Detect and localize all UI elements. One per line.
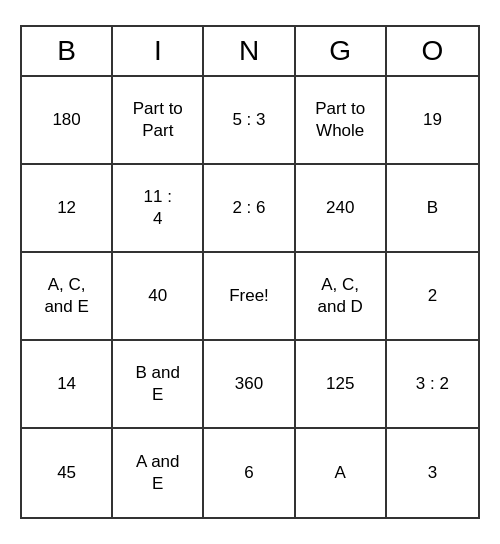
bingo-cell: 19 [387,77,478,165]
bingo-cell: 3 [387,429,478,517]
bingo-cell: 6 [204,429,295,517]
bingo-cell: 14 [22,341,113,429]
bingo-header: BINGO [22,27,478,77]
bingo-cell: 125 [296,341,387,429]
bingo-cell: 2 : 6 [204,165,295,253]
bingo-card: BINGO 180Part to Part5 : 3Part to Whole1… [20,25,480,519]
bingo-cell: B and E [113,341,204,429]
bingo-grid: 180Part to Part5 : 3Part to Whole191211 … [22,77,478,517]
bingo-cell: 240 [296,165,387,253]
header-letter: O [387,27,478,75]
bingo-cell: B [387,165,478,253]
bingo-cell: 12 [22,165,113,253]
bingo-cell: 11 : 4 [113,165,204,253]
bingo-cell: Free! [204,253,295,341]
bingo-cell: Part to Whole [296,77,387,165]
bingo-cell: Part to Part [113,77,204,165]
bingo-cell: 180 [22,77,113,165]
header-letter: I [113,27,204,75]
bingo-cell: A, C, and E [22,253,113,341]
bingo-cell: 40 [113,253,204,341]
bingo-cell: A and E [113,429,204,517]
bingo-cell: A [296,429,387,517]
bingo-cell: 2 [387,253,478,341]
bingo-cell: A, C, and D [296,253,387,341]
header-letter: B [22,27,113,75]
header-letter: N [204,27,295,75]
bingo-cell: 45 [22,429,113,517]
bingo-cell: 3 : 2 [387,341,478,429]
bingo-cell: 5 : 3 [204,77,295,165]
bingo-cell: 360 [204,341,295,429]
header-letter: G [296,27,387,75]
